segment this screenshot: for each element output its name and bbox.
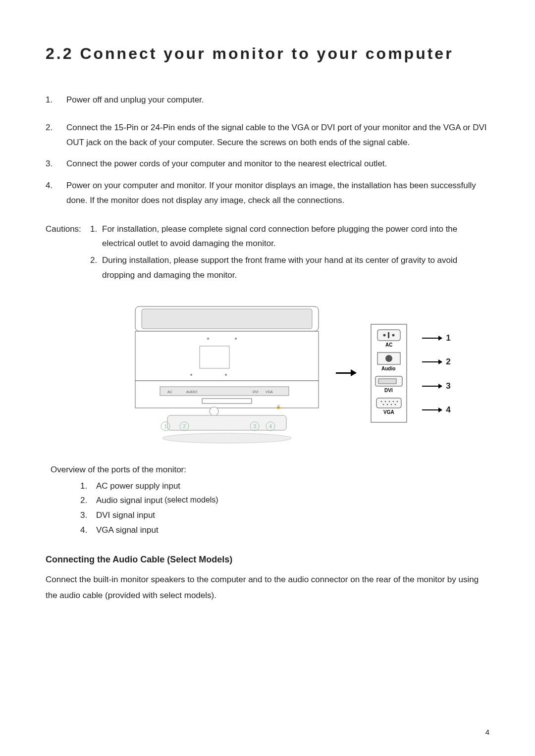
port-number: 4: [446, 405, 450, 415]
svg-rect-30: [388, 332, 389, 338]
cautions-items: 1. For installation, please complete sig…: [90, 222, 489, 285]
svg-text:AC: AC: [167, 390, 172, 394]
step-text: Connect the 15-Pin or 24-Pin ends of the…: [66, 120, 489, 150]
step-number: 1.: [46, 93, 66, 107]
item-text: AC power supply input: [96, 479, 180, 494]
item-text: Audio signal input: [96, 493, 162, 508]
figure-area: AC AUDIO DVI VGA 1 2 3 4 🔒 AC Audio DVI: [94, 302, 489, 445]
svg-point-29: [383, 334, 386, 336]
svg-point-31: [392, 334, 395, 336]
step-number: 4.: [46, 178, 66, 208]
svg-point-17: [162, 433, 291, 443]
port-label-ac: AC: [385, 342, 392, 348]
caution-text: For installation, please complete signal…: [102, 222, 489, 252]
svg-point-44: [391, 403, 392, 405]
svg-point-40: [393, 401, 394, 402]
svg-point-15: [210, 407, 218, 416]
arrow-right-icon: [422, 386, 442, 387]
svg-text:AUDIO: AUDIO: [186, 390, 198, 394]
item-number: 2.: [80, 493, 96, 508]
svg-text:4: 4: [269, 423, 272, 429]
step-text: Power on your computer and monitor. If y…: [66, 178, 489, 208]
svg-text:1: 1: [164, 423, 167, 429]
svg-point-43: [387, 403, 388, 405]
caution-text: During installation, please support the …: [102, 253, 489, 283]
svg-point-5: [235, 338, 237, 340]
figure-connector-arrow: [336, 331, 356, 415]
svg-point-6: [190, 374, 192, 376]
arrow-right-icon: [422, 409, 442, 410]
item-number: 3.: [80, 508, 96, 523]
step-item: 3. Connect the power cords of your compu…: [46, 156, 489, 171]
list-item: 1. AC power supply input: [80, 479, 489, 494]
step-item: 1. Power off and unplug your computer.: [46, 93, 489, 107]
svg-point-39: [389, 401, 390, 402]
svg-rect-1: [142, 309, 312, 329]
svg-point-45: [395, 403, 396, 405]
port-arrow-row: 2: [422, 357, 450, 367]
svg-text:VGA: VGA: [266, 390, 273, 394]
audio-section-heading: Connecting the Audio Cable (Select Model…: [46, 554, 489, 565]
caution-number: 1.: [90, 222, 102, 252]
port-label-audio: Audio: [381, 366, 395, 371]
monitor-rear-illustration: AC AUDIO DVI VGA 1 2 3 4 🔒: [133, 302, 321, 445]
port-label-vga: VGA: [383, 409, 394, 415]
steps-list: 1. Power off and unplug your computer. 2…: [46, 93, 489, 208]
step-text: Connect the power cords of your computer…: [66, 156, 387, 171]
port-number: 3: [446, 381, 450, 391]
svg-rect-3: [200, 346, 229, 368]
port-number: 2: [446, 357, 450, 367]
ports-icons-illustration: AC Audio DVI VGA: [371, 324, 407, 423]
page-title: 2.2 Connect your monitor to your compute…: [46, 45, 489, 63]
svg-point-37: [381, 401, 382, 402]
svg-text:2: 2: [183, 423, 186, 429]
svg-point-38: [385, 401, 386, 402]
svg-rect-36: [376, 398, 401, 408]
arrow-right-icon: [422, 361, 442, 362]
svg-rect-35: [378, 379, 396, 384]
svg-text:🔒: 🔒: [276, 404, 281, 409]
port-arrow-row: 1: [422, 333, 450, 343]
step-number: 2.: [46, 120, 66, 150]
step-text: Power off and unplug your computer.: [66, 93, 204, 107]
svg-point-42: [383, 403, 384, 405]
list-item: 2. Audio signal input (select models): [80, 493, 489, 508]
ports-overview-list: 1. AC power supply input 2. Audio signal…: [80, 479, 489, 538]
svg-text:3: 3: [253, 423, 256, 429]
svg-text:DVI: DVI: [253, 390, 259, 394]
step-item: 2. Connect the 15-Pin or 24-Pin ends of …: [46, 120, 489, 150]
ports-numbered-labels: 1 2 3 4: [422, 331, 450, 415]
port-arrow-row: 3: [422, 381, 450, 391]
caution-item: 1. For installation, please complete sig…: [90, 222, 489, 252]
item-text: DVI signal input: [96, 508, 155, 523]
port-label-dvi: DVI: [384, 388, 393, 393]
overview-heading: Overview of the ports of the monitor:: [51, 465, 489, 475]
svg-point-7: [225, 374, 227, 376]
caution-item: 2. During installation, please support t…: [90, 253, 489, 283]
item-number: 4.: [80, 523, 96, 538]
arrow-right-icon: [336, 372, 356, 374]
list-item: 4. VGA signal input: [80, 523, 489, 538]
step-number: 3.: [46, 156, 66, 171]
item-note: (select models): [164, 493, 218, 508]
list-item: 3. DVI signal input: [80, 508, 489, 523]
port-arrow-row: 4: [422, 405, 450, 415]
caution-number: 2.: [90, 253, 102, 283]
port-number: 1: [446, 333, 450, 343]
item-number: 1.: [80, 479, 96, 494]
cautions-label: Cautions:: [46, 222, 90, 285]
svg-point-4: [207, 338, 209, 340]
arrow-right-icon: [422, 338, 442, 339]
step-item: 4. Power on your computer and monitor. I…: [46, 178, 489, 208]
page-number: 4: [485, 728, 489, 736]
svg-point-33: [385, 355, 392, 362]
audio-section-body: Connect the built-in monitor speakers to…: [46, 572, 489, 604]
cautions-block: Cautions: 1. For installation, please co…: [46, 222, 489, 285]
item-text: VGA signal input: [96, 523, 159, 538]
svg-rect-14: [202, 399, 252, 403]
svg-point-41: [397, 401, 398, 402]
